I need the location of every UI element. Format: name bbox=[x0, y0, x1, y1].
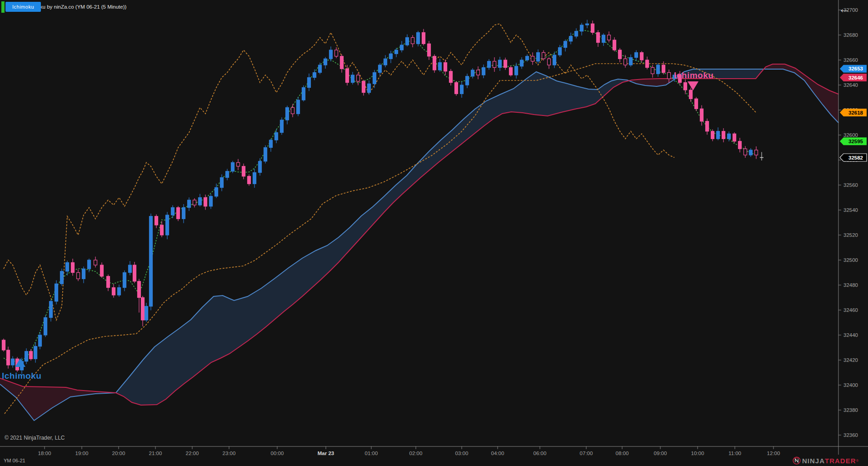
candle-up bbox=[182, 208, 185, 219]
candle-up bbox=[269, 140, 273, 148]
candle-down bbox=[112, 288, 115, 296]
instrument-label: YM 06-21 bbox=[4, 458, 25, 463]
axis-label: 32600 bbox=[843, 132, 858, 138]
candle-down bbox=[542, 53, 545, 59]
candle-up bbox=[302, 88, 305, 100]
candle-up bbox=[324, 59, 327, 65]
axis-label: 04:00 bbox=[491, 451, 504, 456]
candle-up bbox=[569, 36, 573, 41]
axis-label: 32400 bbox=[843, 382, 858, 388]
candle-down bbox=[428, 44, 431, 56]
price-tag-value: 32653 bbox=[848, 66, 863, 71]
senkou-span-b-line bbox=[0, 64, 838, 405]
candle-down bbox=[668, 73, 671, 79]
candle-down bbox=[433, 56, 436, 70]
price-tag-value: 32618 bbox=[848, 110, 863, 115]
candle-down bbox=[335, 50, 338, 56]
candle-down bbox=[100, 265, 104, 276]
candle-up bbox=[55, 284, 58, 301]
candle-up bbox=[34, 346, 37, 359]
candle-down bbox=[531, 56, 534, 61]
candle-down bbox=[449, 71, 453, 83]
candle-down bbox=[651, 68, 654, 74]
chikou-span-line bbox=[4, 24, 674, 320]
candle-down bbox=[346, 69, 349, 82]
candle-up bbox=[215, 188, 218, 196]
signal-down-triangle-icon bbox=[688, 81, 698, 90]
candle-up bbox=[60, 271, 64, 284]
candle-up bbox=[25, 351, 28, 361]
candle-up bbox=[118, 288, 121, 296]
candle-up bbox=[526, 56, 529, 60]
price-tag-value: 32595 bbox=[848, 139, 863, 144]
axis-label: 00:00 bbox=[271, 451, 284, 456]
axis-label: 11:00 bbox=[728, 451, 741, 456]
candle-up bbox=[319, 65, 322, 73]
candle-down bbox=[94, 260, 97, 265]
candle-up bbox=[259, 161, 262, 173]
axis-label: 06:00 bbox=[534, 451, 547, 456]
brand-registered-mark: ® bbox=[856, 459, 859, 463]
candle-down bbox=[291, 108, 294, 114]
candle-down bbox=[662, 65, 665, 73]
candle-down bbox=[204, 198, 207, 206]
candle-up bbox=[171, 208, 175, 215]
copyright-text: © 2021 NinjaTrader, LLC bbox=[5, 435, 65, 441]
axis-label: 32460 bbox=[843, 307, 858, 313]
candle-down bbox=[722, 131, 725, 139]
candle-up bbox=[82, 269, 85, 279]
candle-up bbox=[384, 59, 387, 65]
candle-down bbox=[597, 33, 600, 43]
candle-down bbox=[455, 83, 458, 94]
candle-down bbox=[619, 50, 622, 59]
candle-down bbox=[695, 99, 698, 109]
candle-down bbox=[646, 60, 649, 68]
candle-up bbox=[373, 73, 376, 84]
candle-down bbox=[444, 63, 447, 71]
axis-label: 32360 bbox=[843, 432, 858, 438]
candle-up bbox=[226, 171, 229, 178]
candle-up bbox=[749, 150, 753, 155]
candle-down bbox=[177, 208, 180, 219]
candle-down bbox=[591, 24, 594, 32]
ninjatrader-logo: NINJATRADER® bbox=[793, 456, 858, 465]
brand-ninja-text: NINJA bbox=[802, 457, 825, 465]
candle-down bbox=[706, 121, 709, 131]
kumo-cloud-bullish bbox=[116, 72, 629, 405]
candle-down bbox=[242, 166, 245, 176]
candle-up bbox=[66, 263, 69, 271]
candle-up bbox=[50, 301, 53, 318]
axis-label: 19:00 bbox=[75, 451, 89, 456]
candle-down bbox=[689, 90, 693, 99]
candle-up bbox=[586, 24, 589, 25]
candle-up bbox=[406, 38, 409, 45]
candle-down bbox=[422, 33, 425, 44]
candle-up bbox=[717, 131, 720, 139]
candle-down bbox=[613, 40, 616, 50]
candle-down bbox=[138, 281, 141, 298]
candle-down bbox=[738, 141, 742, 149]
candle-down bbox=[71, 263, 75, 273]
candle-down bbox=[477, 70, 480, 75]
axis-label: 32660 bbox=[843, 57, 858, 63]
ichimoku-indicator-button[interactable]: Ichimoku bbox=[5, 2, 41, 12]
axis-label: 22:00 bbox=[186, 451, 199, 456]
axis-label: 32480 bbox=[843, 282, 858, 288]
candle-up bbox=[575, 31, 578, 36]
candle-down bbox=[2, 340, 5, 350]
candle-up bbox=[515, 66, 518, 75]
candle-down bbox=[237, 163, 240, 166]
back-arrow-icon[interactable]: ← bbox=[835, 1, 853, 16]
axis-label: 10:00 bbox=[691, 451, 704, 456]
candle-down bbox=[744, 149, 747, 155]
price-chart[interactable]: IchimokuIchimoku327003268032660326403262… bbox=[0, 0, 868, 466]
axis-label: 32420 bbox=[843, 357, 858, 363]
axis-label: 32640 bbox=[843, 82, 858, 88]
candle-up bbox=[602, 35, 605, 43]
candle-down bbox=[357, 75, 360, 81]
axis-label: 01:00 bbox=[365, 451, 378, 456]
axis-label: 03:00 bbox=[455, 451, 469, 456]
senkou-span-a-line bbox=[0, 69, 838, 421]
candle-up bbox=[188, 200, 191, 208]
axis-label: 09:00 bbox=[654, 451, 667, 456]
